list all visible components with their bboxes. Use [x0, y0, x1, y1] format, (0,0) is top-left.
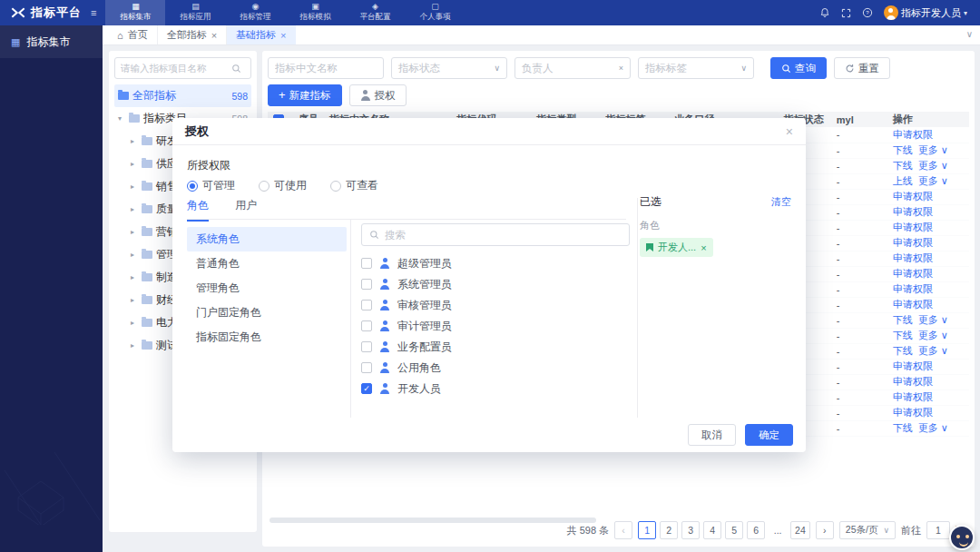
tree-search-box[interactable] — [114, 57, 251, 79]
filter-tag-select[interactable]: 指标标签 ∨ — [638, 57, 754, 79]
filter-status-select[interactable]: 指标状态 ∨ — [391, 57, 507, 79]
action-link[interactable]: 申请权限 — [893, 206, 933, 217]
role-row[interactable]: 系统管理员 — [361, 274, 630, 294]
role-row[interactable]: 审计管理员 — [361, 316, 630, 336]
role-group-item[interactable]: 系统角色 — [187, 227, 347, 251]
more-link[interactable]: 更多 ∨ — [918, 330, 948, 340]
role-checkbox[interactable] — [361, 383, 372, 394]
action-link[interactable]: 申请权限 — [893, 237, 933, 248]
role-checkbox[interactable] — [361, 341, 372, 352]
role-group-item[interactable]: 管理角色 — [187, 276, 347, 301]
role-checkbox[interactable] — [361, 279, 372, 290]
more-link[interactable]: 更多 ∨ — [918, 422, 948, 433]
create-indicator-button[interactable]: + 新建指标 — [268, 84, 342, 106]
role-group-item[interactable]: 门户固定角色 — [187, 301, 347, 325]
role-search-box[interactable] — [361, 223, 630, 246]
caret-collapsed-icon[interactable]: ▸ — [131, 341, 138, 350]
nav-item[interactable]: ▤ 指标应用 — [165, 0, 225, 25]
filter-name-input[interactable] — [268, 57, 384, 79]
action-link[interactable]: 下线 — [893, 345, 913, 356]
page-number[interactable]: 24 — [790, 521, 810, 539]
action-link[interactable]: 申请权限 — [893, 191, 933, 202]
caret-collapsed-icon[interactable]: ▸ — [131, 319, 138, 327]
role-row[interactable]: 审核管理员 — [361, 295, 630, 315]
action-link[interactable]: 下线 — [893, 422, 913, 433]
tab-close-icon[interactable]: × — [280, 30, 286, 41]
role-group-item[interactable]: 指标固定角色 — [187, 325, 347, 350]
radio-icon[interactable] — [259, 181, 270, 192]
caret-collapsed-icon[interactable]: ▸ — [131, 182, 138, 191]
more-link[interactable]: 更多 ∨ — [918, 160, 948, 171]
horizontal-scrollbar[interactable] — [270, 518, 596, 523]
modal-tab[interactable]: 用户 — [235, 198, 257, 220]
caret-collapsed-icon[interactable]: ▸ — [131, 137, 138, 145]
goto-page-input[interactable] — [926, 521, 950, 539]
tree-node-all-indicators[interactable]: 全部指标 598 — [114, 84, 251, 107]
action-link[interactable]: 申请权限 — [893, 376, 933, 387]
role-row[interactable]: 公用角色 — [361, 358, 630, 378]
page-number[interactable]: ... — [769, 521, 787, 539]
help-icon[interactable]: ? — [862, 7, 873, 18]
tree-search-input[interactable] — [121, 63, 228, 74]
filter-owner-input[interactable]: 负责人 × — [514, 57, 631, 79]
action-link[interactable]: 上线 — [893, 175, 913, 186]
radio-icon[interactable] — [187, 181, 198, 192]
sidebar-item[interactable]: ▦ 指标集市 — [0, 25, 103, 58]
nav-item[interactable]: ▦ 指标集市 — [105, 0, 165, 25]
action-link[interactable]: 申请权限 — [893, 299, 933, 310]
more-link[interactable]: 更多 ∨ — [918, 175, 948, 186]
clear-selected-link[interactable]: 清空 — [771, 195, 791, 209]
role-search-input[interactable] — [385, 230, 603, 241]
modal-tab[interactable]: 角色 — [187, 198, 209, 222]
cancel-button[interactable]: 取消 — [688, 424, 736, 446]
action-link[interactable]: 申请权限 — [893, 283, 933, 294]
collapse-menu-icon[interactable]: ≡ — [91, 7, 96, 18]
modal-close-icon[interactable]: × — [786, 124, 793, 139]
assistant-button[interactable] — [949, 525, 975, 550]
page-number[interactable]: 1 — [638, 521, 656, 539]
role-row[interactable]: 超级管理员 — [361, 253, 630, 273]
notification-bell-icon[interactable] — [819, 7, 830, 18]
caret-expanded-icon[interactable]: ▾ — [118, 114, 125, 123]
fullscreen-icon[interactable] — [841, 8, 851, 18]
page-number[interactable]: 5 — [725, 521, 743, 539]
nav-item[interactable]: ◈ 平台配置 — [345, 0, 405, 25]
role-row[interactable]: 开发人员 — [361, 379, 630, 399]
permission-radio[interactable]: 可管理 — [187, 178, 235, 193]
page-tab[interactable]: 全部指标 × — [157, 25, 226, 44]
caret-collapsed-icon[interactable]: ▸ — [131, 205, 138, 213]
action-link[interactable]: 申请权限 — [893, 407, 933, 418]
action-link[interactable]: 申请权限 — [893, 268, 933, 279]
role-row[interactable]: 业务配置员 — [361, 337, 630, 357]
nav-item[interactable]: ◉ 指标管理 — [225, 0, 285, 25]
page-number[interactable]: 2 — [660, 521, 678, 539]
action-link[interactable]: 下线 — [893, 160, 913, 171]
tabbar-caret-icon[interactable]: ∨ — [966, 29, 973, 39]
page-next-button[interactable]: › — [816, 521, 834, 539]
permission-radio[interactable]: 可查看 — [330, 178, 378, 193]
reset-button[interactable]: 重置 — [834, 57, 890, 79]
caret-collapsed-icon[interactable]: ▸ — [131, 296, 138, 304]
action-link[interactable]: 申请权限 — [893, 222, 933, 232]
role-group-item[interactable]: 普通角色 — [187, 251, 347, 276]
role-checkbox[interactable] — [361, 362, 372, 373]
page-number[interactable]: 6 — [747, 521, 765, 539]
action-link[interactable]: 申请权限 — [893, 129, 933, 140]
caret-collapsed-icon[interactable]: ▸ — [131, 160, 138, 168]
user-menu[interactable]: 指标开发人员 ▾ — [884, 5, 967, 20]
role-checkbox[interactable] — [361, 320, 372, 331]
more-link[interactable]: 更多 ∨ — [918, 314, 948, 325]
role-checkbox[interactable] — [361, 258, 372, 269]
name-filter-input[interactable] — [275, 63, 366, 74]
action-link[interactable]: 下线 — [893, 330, 913, 340]
page-size-select[interactable]: 25条/页 ∨ — [839, 521, 896, 539]
clear-icon[interactable]: × — [619, 64, 623, 73]
page-number[interactable]: 4 — [703, 521, 721, 539]
action-link[interactable]: 下线 — [893, 144, 913, 155]
query-button[interactable]: 查询 — [770, 57, 827, 79]
caret-collapsed-icon[interactable]: ▸ — [131, 273, 138, 281]
radio-icon[interactable] — [330, 181, 341, 192]
permission-radio[interactable]: 可使用 — [259, 178, 307, 193]
nav-item[interactable]: ▢ 个人事项 — [405, 0, 465, 25]
caret-collapsed-icon[interactable]: ▸ — [131, 228, 138, 236]
